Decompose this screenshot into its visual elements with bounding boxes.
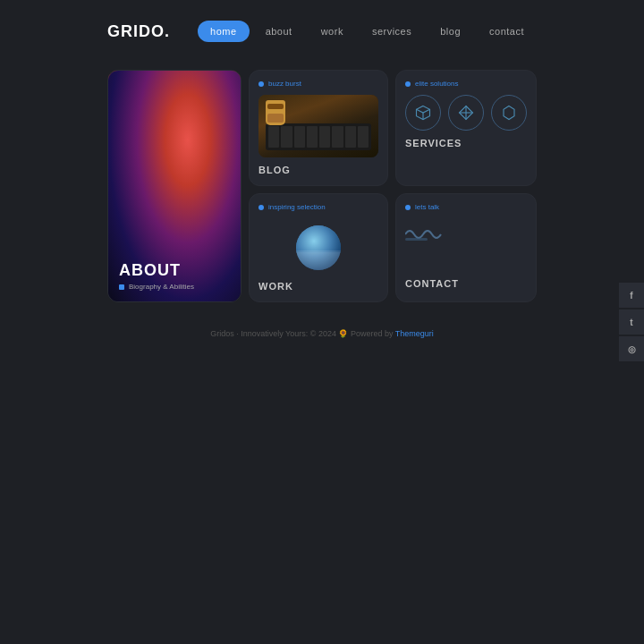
twitter-button[interactable]: t xyxy=(619,309,644,335)
service-icon-3 xyxy=(491,95,527,131)
nav-item-contact[interactable]: contact xyxy=(477,21,537,42)
blog-label: BLOG xyxy=(258,165,378,175)
work-tag: inspiring selection xyxy=(258,203,378,211)
navbar: GRIDO. home about work services blog con… xyxy=(0,0,644,63)
nav-item-blog[interactable]: blog xyxy=(428,21,473,42)
nav-item-home[interactable]: home xyxy=(198,21,250,42)
keyboard-keys xyxy=(266,123,371,150)
contact-label: CONTACT xyxy=(405,278,527,292)
services-label: SERVICES xyxy=(405,138,527,148)
avatar-bg xyxy=(296,225,341,270)
nav-item-services[interactable]: services xyxy=(360,21,424,42)
service-icons xyxy=(405,95,527,131)
services-tag: elite solutions xyxy=(405,80,527,88)
contact-squiggle-icon xyxy=(405,225,450,243)
nav-links: home about work services blog contact xyxy=(198,21,537,42)
logo: GRIDO. xyxy=(107,22,170,41)
contact-tag: lets talk xyxy=(405,203,527,211)
footer-text: Gridos · Innovatively Yours: © 2024 🌻 Po… xyxy=(210,329,395,338)
services-tag-dot xyxy=(405,81,411,87)
svg-rect-6 xyxy=(405,238,428,241)
instagram-button[interactable]: ◎ xyxy=(619,336,644,361)
blog-image xyxy=(258,95,378,157)
contact-graphic xyxy=(405,225,527,247)
nav-item-work[interactable]: work xyxy=(309,21,356,42)
social-sidebar: f t ◎ xyxy=(619,283,644,361)
nav-item-about[interactable]: about xyxy=(253,21,305,42)
about-card[interactable]: ABOUT Biography & Abilities xyxy=(107,70,242,302)
about-overlay: ABOUT Biography & Abilities xyxy=(108,250,241,301)
instagram-icon: ◎ xyxy=(628,344,636,354)
work-card[interactable]: inspiring selection WORK xyxy=(249,193,388,302)
facebook-button[interactable]: f xyxy=(619,283,644,308)
work-label: WORK xyxy=(258,281,378,292)
service-icon-2 xyxy=(448,95,484,131)
avatar-reflection xyxy=(296,252,341,270)
services-card[interactable]: elite solutions xyxy=(395,70,537,186)
contact-tag-dot xyxy=(405,205,411,210)
work-tag-dot xyxy=(258,205,264,210)
contact-card[interactable]: lets talk CONTACT xyxy=(395,193,537,302)
blog-tag-dot xyxy=(258,81,264,87)
blog-tag: buzz burst xyxy=(258,80,378,88)
main-grid: ABOUT Biography & Abilities buzz burst xyxy=(0,70,644,302)
about-title: ABOUT xyxy=(119,261,230,280)
facebook-icon: f xyxy=(630,291,632,301)
twitter-icon: t xyxy=(630,318,632,327)
work-avatar xyxy=(296,225,341,270)
about-subtitle: Biography & Abilities xyxy=(119,283,230,291)
footer: Gridos · Innovatively Yours: © 2024 🌻 Po… xyxy=(0,329,644,338)
footer-link[interactable]: Themeguri xyxy=(395,329,434,338)
blog-card[interactable]: buzz burst BLOG xyxy=(249,70,388,186)
about-dot xyxy=(119,284,124,290)
cup xyxy=(266,100,285,125)
svg-marker-5 xyxy=(504,106,514,120)
service-icon-1 xyxy=(405,95,441,131)
